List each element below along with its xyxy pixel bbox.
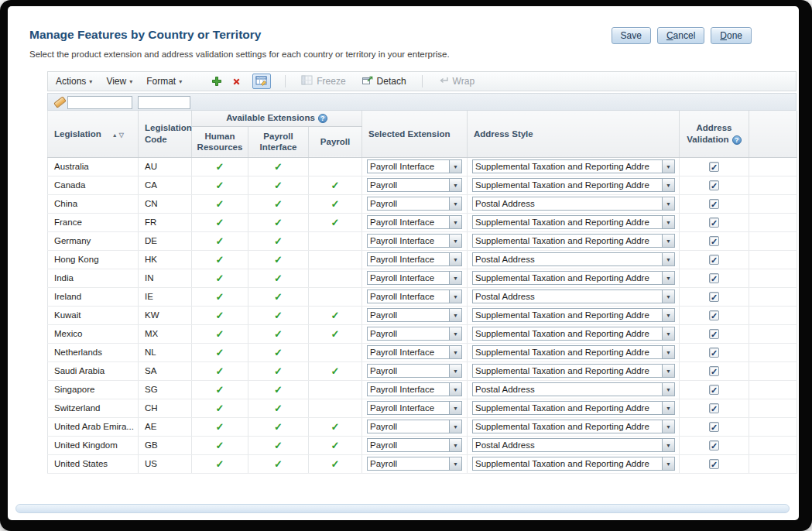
selected-extension-dropdown[interactable]: Payroll▼ xyxy=(367,178,462,192)
address-style-dropdown[interactable]: Supplemental Taxation and Reporting Addr… xyxy=(472,327,675,341)
selected-extension-dropdown[interactable]: Payroll▼ xyxy=(367,457,462,471)
table-row[interactable]: Hong Kong HK ✓ ✓ Payroll Interface▼ Post… xyxy=(48,250,797,269)
table-row[interactable]: France FR ✓ ✓ ✓ Payroll Interface▼ Suppl… xyxy=(48,213,797,231)
address-style-dropdown[interactable]: Supplemental Taxation and Reporting Addr… xyxy=(472,420,675,433)
help-icon[interactable]: ? xyxy=(318,114,327,123)
address-style-dropdown[interactable]: Postal Address▼ xyxy=(472,197,675,211)
address-validation-checkbox[interactable]: ✓ xyxy=(709,422,719,432)
address-validation-checkbox[interactable]: ✓ xyxy=(709,440,719,450)
table-row[interactable]: Switzerland CH ✓ ✓ Payroll Interface▼ Su… xyxy=(48,399,797,417)
filter-legislation-input[interactable] xyxy=(67,96,132,109)
column-header-legislation-code[interactable]: Legislation Code xyxy=(139,111,192,157)
selected-extension-dropdown[interactable]: Payroll Interface▼ xyxy=(367,271,462,285)
address-style-dropdown[interactable]: Supplemental Taxation and Reporting Addr… xyxy=(472,271,675,285)
detach-button[interactable]: Detach xyxy=(361,75,406,87)
address-validation-checkbox[interactable]: ✓ xyxy=(709,236,719,246)
address-validation-checkbox[interactable]: ✓ xyxy=(709,162,719,172)
column-header-address-validation[interactable]: Address Validation? xyxy=(680,111,749,157)
address-style-dropdown[interactable]: Supplemental Taxation and Reporting Addr… xyxy=(472,401,675,415)
selected-extension-dropdown[interactable]: Payroll▼ xyxy=(367,420,462,433)
table-row[interactable]: Singapore SG ✓ ✓ Payroll Interface▼ Post… xyxy=(48,380,797,399)
table-row[interactable]: United Arab Emira... AE ✓ ✓ ✓ Payroll▼ S… xyxy=(48,417,797,436)
table-row[interactable]: United States US ✓ ✓ ✓ Payroll▼ Suppleme… xyxy=(48,454,797,473)
address-validation-checkbox[interactable]: ✓ xyxy=(709,403,719,413)
legislation-cell: France xyxy=(48,213,139,231)
table-row[interactable]: Kuwait KW ✓ ✓ ✓ Payroll▼ Supplemental Ta… xyxy=(48,306,797,324)
address-style-dropdown[interactable]: Postal Address▼ xyxy=(472,252,675,266)
delete-row-button[interactable] xyxy=(231,77,242,87)
selected-extension-dropdown[interactable]: Payroll▼ xyxy=(367,364,462,378)
wrap-button[interactable]: Wrap xyxy=(438,76,475,87)
view-menu[interactable]: View ▾ xyxy=(106,76,132,87)
selected-extension-dropdown[interactable]: Payroll Interface▼ xyxy=(367,345,462,359)
selected-extension-dropdown[interactable]: Payroll Interface▼ xyxy=(367,289,462,303)
address-validation-checkbox[interactable]: ✓ xyxy=(709,218,719,228)
legislation-cell: Singapore xyxy=(48,380,139,399)
page: Manage Features by Country or Territory … xyxy=(8,6,799,520)
table-row[interactable]: India IN ✓ ✓ Payroll Interface▼ Suppleme… xyxy=(48,269,797,287)
column-header-human-resources[interactable]: Human Resources xyxy=(192,126,248,157)
address-style-dropdown[interactable]: Supplemental Taxation and Reporting Addr… xyxy=(472,159,675,173)
address-validation-checkbox[interactable]: ✓ xyxy=(709,385,719,395)
address-style-dropdown[interactable]: Supplemental Taxation and Reporting Addr… xyxy=(472,345,675,359)
address-style-dropdown[interactable]: Postal Address▼ xyxy=(472,382,675,396)
table-row[interactable]: Canada CA ✓ ✓ ✓ Payroll▼ Supplemental Ta… xyxy=(48,176,797,194)
help-icon[interactable]: ? xyxy=(732,135,742,145)
selected-extension-dropdown[interactable]: Payroll Interface▼ xyxy=(367,234,462,248)
address-style-dropdown[interactable]: Supplemental Taxation and Reporting Addr… xyxy=(472,457,675,471)
horizontal-scrollbar[interactable] xyxy=(15,504,790,513)
address-style-dropdown[interactable]: Postal Address▼ xyxy=(472,289,675,303)
address-validation-checkbox[interactable]: ✓ xyxy=(709,273,719,283)
address-validation-checkbox[interactable]: ✓ xyxy=(709,348,719,358)
column-header-legislation[interactable]: Legislation▲▽ xyxy=(48,111,139,157)
table-row[interactable]: Australia AU ✓ ✓ Payroll Interface▼ Supp… xyxy=(48,157,797,176)
table-row[interactable]: United Kingdom GB ✓ ✓ ✓ Payroll▼ Postal … xyxy=(48,436,797,454)
selected-extension-dropdown[interactable]: Payroll Interface▼ xyxy=(367,382,462,396)
sort-ascending-icon[interactable]: ▲ xyxy=(112,132,119,138)
address-validation-checkbox[interactable]: ✓ xyxy=(709,292,719,302)
filter-legislation-code-input[interactable] xyxy=(138,96,190,109)
selected-extension-dropdown[interactable]: Payroll▼ xyxy=(367,327,462,341)
table-row[interactable]: Netherlands NL ✓ ✓ Payroll Interface▼ Su… xyxy=(48,343,797,361)
selected-extension-dropdown[interactable]: Payroll Interface▼ xyxy=(367,215,462,229)
selected-extension-dropdown[interactable]: Payroll▼ xyxy=(367,308,462,322)
address-style-dropdown[interactable]: Supplemental Taxation and Reporting Addr… xyxy=(472,178,675,192)
address-validation-checkbox[interactable]: ✓ xyxy=(709,180,719,190)
table-row[interactable]: Germany DE ✓ ✓ Payroll Interface▼ Supple… xyxy=(48,231,797,250)
address-validation-checkbox[interactable]: ✓ xyxy=(709,199,719,209)
address-style-dropdown[interactable]: Supplemental Taxation and Reporting Addr… xyxy=(472,308,675,322)
address-style-dropdown[interactable]: Postal Address▼ xyxy=(472,438,675,452)
selected-extension-dropdown[interactable]: Payroll▼ xyxy=(367,197,462,211)
address-validation-checkbox[interactable]: ✓ xyxy=(709,310,719,320)
table-row[interactable]: Ireland IE ✓ ✓ Payroll Interface▼ Postal… xyxy=(48,287,797,306)
address-validation-checkbox[interactable]: ✓ xyxy=(709,255,719,265)
dropdown-value: Supplemental Taxation and Reporting Addr… xyxy=(473,272,662,284)
table-row[interactable]: Saudi Arabia SA ✓ ✓ ✓ Payroll▼ Supplemen… xyxy=(48,361,797,380)
selected-extension-dropdown[interactable]: Payroll▼ xyxy=(367,438,462,452)
save-button[interactable]: Save xyxy=(612,27,651,44)
address-style-dropdown[interactable]: Supplemental Taxation and Reporting Addr… xyxy=(472,364,675,378)
selected-extension-dropdown[interactable]: Payroll Interface▼ xyxy=(367,252,462,266)
address-validation-cell: ✓ xyxy=(680,231,749,250)
table-row[interactable]: China CN ✓ ✓ ✓ Payroll▼ Postal Address▼ … xyxy=(48,194,797,213)
address-style-dropdown[interactable]: Supplemental Taxation and Reporting Addr… xyxy=(472,215,675,229)
column-header-selected-extension[interactable]: Selected Extension xyxy=(362,111,468,157)
freeze-button[interactable]: Freeze xyxy=(301,75,345,87)
format-menu[interactable]: Format ▾ xyxy=(146,76,182,87)
column-header-address-style[interactable]: Address Style xyxy=(468,111,680,157)
column-header-payroll[interactable]: Payroll xyxy=(309,126,362,157)
add-row-button[interactable] xyxy=(211,76,222,87)
address-validation-checkbox[interactable]: ✓ xyxy=(709,329,719,339)
done-button[interactable]: Done xyxy=(711,27,752,44)
cancel-button[interactable]: Cancel xyxy=(657,27,704,44)
selected-extension-dropdown[interactable]: Payroll Interface▼ xyxy=(367,401,462,415)
sort-descending-icon[interactable]: ▽ xyxy=(119,132,125,139)
address-validation-checkbox[interactable]: ✓ xyxy=(709,366,719,376)
table-row[interactable]: Mexico MX ✓ ✓ ✓ Payroll▼ Supplemental Ta… xyxy=(48,324,797,343)
address-validation-checkbox[interactable]: ✓ xyxy=(709,459,719,469)
actions-menu[interactable]: Actions ▾ xyxy=(56,76,92,87)
address-style-dropdown[interactable]: Supplemental Taxation and Reporting Addr… xyxy=(472,234,675,248)
query-by-example-button[interactable] xyxy=(252,74,271,89)
selected-extension-dropdown[interactable]: Payroll Interface▼ xyxy=(367,159,462,173)
column-header-payroll-interface[interactable]: Payroll Interface xyxy=(248,126,309,157)
